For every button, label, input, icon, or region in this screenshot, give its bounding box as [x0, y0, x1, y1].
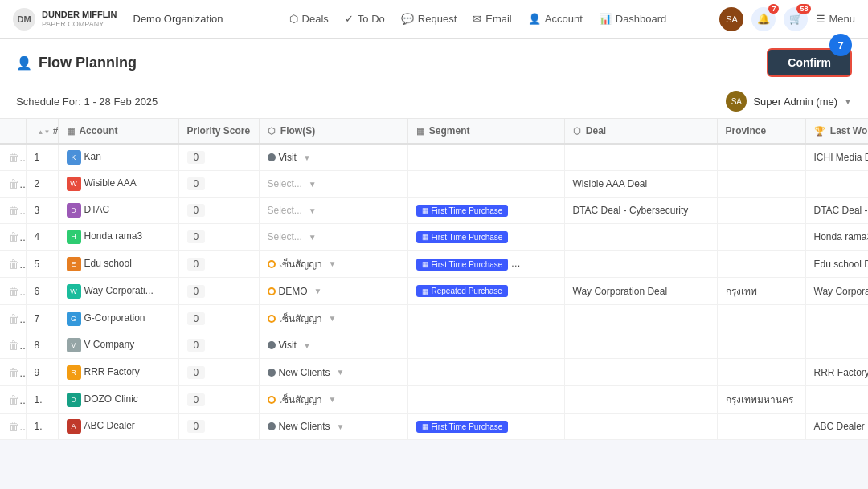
- delete-icon[interactable]: 🗑: [8, 312, 26, 325]
- flow-select-dropdown[interactable]: Select...▼: [268, 231, 399, 242]
- row-number: 1.: [26, 414, 58, 440]
- step-badge: 7: [829, 34, 852, 56]
- notification-badge-1: 7: [768, 4, 779, 14]
- delete-icon[interactable]: 🗑: [8, 177, 26, 190]
- segment-icon: ▦: [422, 287, 429, 295]
- flow-cell[interactable]: Select...▼: [259, 171, 407, 198]
- segment-cell: ▦First Time Purchase: [407, 414, 564, 440]
- flow-name: New Clients: [279, 421, 330, 432]
- flow-value: New Clients▼: [268, 421, 399, 432]
- account-cell: KKan: [58, 144, 178, 171]
- delete-cell: 🗑: [0, 305, 26, 332]
- table-row: 🗑9RRRR Factory0New Clients▼RRR Factory -…: [0, 359, 868, 386]
- nav-todo[interactable]: ✓ To Do: [345, 13, 385, 25]
- logo-icon: DM: [13, 8, 35, 31]
- delete-icon[interactable]: 🗑: [8, 393, 26, 406]
- delete-icon[interactable]: 🗑: [8, 258, 26, 271]
- flow-cell[interactable]: New Clients▼: [259, 414, 407, 440]
- account-type-icon: A: [67, 419, 81, 434]
- dropdown-arrow-icon: ▼: [309, 233, 317, 242]
- priority-score-value: 0: [187, 339, 206, 352]
- flow-cell[interactable]: Select...▼: [259, 224, 407, 251]
- flow-dropdown-arrow-icon: ▼: [337, 368, 345, 377]
- account-type-icon: G: [67, 312, 81, 326]
- flow-dropdown-arrow-icon: ▼: [303, 341, 311, 350]
- flow-select-dropdown[interactable]: Select...▼: [268, 205, 399, 216]
- account-type-icon: W: [67, 177, 81, 191]
- request-label: Request: [418, 13, 457, 25]
- delete-cell: 🗑: [0, 251, 26, 278]
- flow-type-icon: [268, 369, 276, 377]
- logo-text: DUNDER MIFFLIN PAPER COMPANY: [42, 10, 117, 29]
- nav-dashboard[interactable]: 📊 Dashboard: [599, 13, 667, 25]
- nav-items: ⬡ Deals ✓ To Do 💬 Request ✉ Email 👤 Acco…: [243, 13, 714, 25]
- flow-name: เซ็นสัญญา: [279, 311, 322, 326]
- account-cell: DDOZO Clinic: [58, 386, 178, 414]
- row-number: 7: [26, 305, 58, 332]
- priority-score-value: 0: [187, 420, 206, 433]
- last-won-deal-cell: ABC Dealer Deal...: [805, 414, 868, 440]
- menu-button[interactable]: ☰ Menu: [816, 13, 855, 25]
- col-header-deal: ⬡ Deal: [564, 119, 717, 144]
- notification-btn-1[interactable]: 🔔 7: [751, 7, 776, 31]
- priority-score-value: 0: [187, 393, 206, 406]
- email-icon: ✉: [473, 13, 481, 25]
- account-type-icon: V: [67, 338, 81, 352]
- segment-cell: [407, 386, 564, 414]
- delete-icon[interactable]: 🗑: [8, 151, 26, 164]
- flow-value: เซ็นสัญญา▼: [268, 392, 399, 407]
- account-cell: HHonda rama3: [58, 224, 178, 251]
- nav-request[interactable]: 💬 Request: [401, 13, 457, 25]
- table-body: 🗑1KKan0Visit▼ICHI Media Deal (5 day..🗑2W…: [0, 144, 868, 440]
- row-number: 4: [26, 224, 58, 251]
- request-icon: 💬: [401, 13, 414, 25]
- delete-icon[interactable]: 🗑: [8, 339, 26, 352]
- priority-score-cell: 0: [178, 198, 259, 224]
- flow-cell[interactable]: Visit▼: [259, 332, 407, 359]
- nav-account[interactable]: 👤 Account: [528, 13, 583, 25]
- flow-name: New Clients: [279, 367, 330, 378]
- account-icon: 👤: [528, 13, 541, 25]
- flow-cell[interactable]: New Clients▼: [259, 359, 407, 386]
- delete-icon[interactable]: 🗑: [8, 420, 26, 433]
- priority-score-value: 0: [187, 230, 206, 243]
- flow-dropdown-arrow-icon: ▼: [329, 395, 337, 404]
- delete-icon[interactable]: 🗑: [8, 230, 26, 243]
- flow-cell[interactable]: เซ็นสัญญา▼: [259, 386, 407, 414]
- deal-cell: [564, 251, 717, 278]
- province-cell: [717, 305, 805, 332]
- segment-cell: [407, 332, 564, 359]
- delete-icon[interactable]: 🗑: [8, 285, 26, 298]
- last-won-deal-cell: ICHI Media Deal (5 day..: [805, 144, 868, 171]
- flow-cell[interactable]: Visit▼: [259, 144, 407, 171]
- priority-score-cell: 0: [178, 224, 259, 251]
- top-navigation: DM DUNDER MIFFLIN PAPER COMPANY Demo Org…: [0, 0, 868, 39]
- account-label: Account: [545, 13, 583, 25]
- flow-type-icon: [268, 287, 276, 295]
- nav-email[interactable]: ✉ Email: [473, 13, 512, 25]
- notification-btn-2[interactable]: 🛒 58: [784, 7, 808, 31]
- account-type-icon: H: [67, 230, 81, 244]
- province-cell: [717, 251, 805, 278]
- delete-cell: 🗑: [0, 278, 26, 305]
- priority-score-value: 0: [187, 177, 206, 190]
- flow-cell[interactable]: Select...▼: [259, 198, 407, 224]
- admin-selector[interactable]: SA Super Admin (me) ▼: [726, 91, 852, 112]
- dropdown-arrow-icon: ▼: [309, 180, 317, 189]
- user-avatar[interactable]: SA: [719, 7, 743, 31]
- org-name: Demo Organization: [133, 13, 223, 25]
- flow-cell[interactable]: DEMO▼: [259, 278, 407, 305]
- schedule-bar: Schedule For: 1 - 28 Feb 2025 SA Super A…: [0, 84, 868, 119]
- province-cell: [717, 332, 805, 359]
- priority-score-value: 0: [187, 312, 206, 325]
- delete-icon[interactable]: 🗑: [8, 366, 26, 379]
- flow-cell[interactable]: เซ็นสัญญา▼: [259, 305, 407, 332]
- nav-deals[interactable]: ⬡ Deals: [289, 13, 329, 25]
- deal-cell: Way Corporation Deal: [564, 278, 717, 305]
- segment-cell: [407, 359, 564, 386]
- delete-icon[interactable]: 🗑: [8, 204, 26, 217]
- flow-cell[interactable]: เซ็นสัญญา▼: [259, 251, 407, 278]
- flow-dropdown-arrow-icon: ▼: [314, 287, 322, 295]
- flow-select-dropdown[interactable]: Select...▼: [268, 178, 399, 189]
- flow-planning-table: ▲▼ # ▲▼ ▦ Account Priority Score ⬡ Flow(…: [0, 119, 868, 440]
